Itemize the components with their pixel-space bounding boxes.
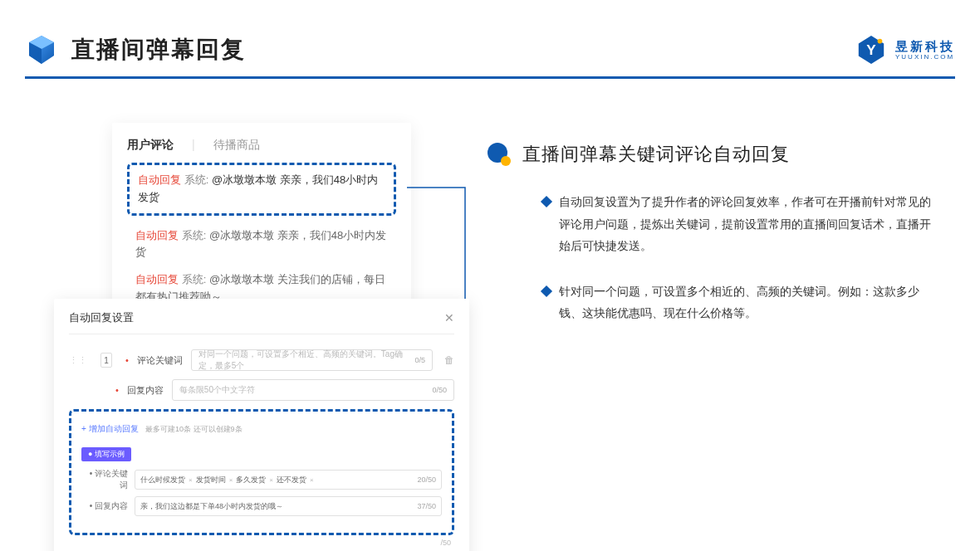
keyword-input[interactable]: 对同一个问题，可设置多个相近、高频的关键词。Tag确定，最多5个 0/5 [191, 349, 433, 371]
keyword-chip: 还不发货 [277, 475, 306, 485]
bullet-text: 针对同一个问题，可设置多个相近的、高频的关键词。例如：这款多少钱、这块能优惠吗、… [559, 280, 934, 324]
placeholder-text: 对同一个问题，可设置多个相近、高频的关键词。Tag确定，最多5个 [198, 349, 415, 372]
screenshot-area: 用户评论 | 待播商品 自动回复 系统: @冰墩墩本墩 亲亲，我们48小时内发货… [54, 123, 469, 529]
brand-name: 昱新科技 [895, 40, 955, 52]
chip-remove-icon[interactable]: × [229, 476, 233, 484]
keyword-chip: 什么时候发货 [140, 475, 185, 485]
brand: Y 昱新科技 YUUXIN.COM [855, 34, 955, 66]
comments-card: 用户评论 | 待播商品 自动回复 系统: @冰墩墩本墩 亲亲，我们48小时内发货… [112, 123, 411, 319]
subheader: 直播间弹幕关键词评论自动回复 [486, 141, 951, 168]
keyword-chip: 多久发货 [236, 475, 266, 485]
brand-url: YUUXIN.COM [895, 54, 955, 61]
bullet-text: 自动回复设置为了提升作者的评论回复效率，作者可在开播前针对常见的评论用户问题，提… [559, 191, 934, 257]
header-left: 直播间弹幕回复 [25, 33, 246, 66]
description-area: 直播间弹幕关键词评论自动回复 自动回复设置为了提升作者的评论回复效率，作者可在开… [486, 141, 951, 348]
tab-products[interactable]: 待播商品 [213, 138, 260, 153]
auto-reply-tag: 自动回复 [135, 273, 179, 285]
example-content-row: • 回复内容 亲，我们这边都是下单48小时内发货的哦～ 37/50 [81, 496, 442, 516]
example-kw-input[interactable]: 什么时候发货× 发货时间× 多久发货× 还不发货× 20/50 [135, 470, 442, 490]
section-subtitle: 直播间弹幕关键词评论自动回复 [522, 142, 790, 167]
char-count: 20/50 [417, 475, 436, 484]
keyword-chip: 发货时间 [196, 475, 226, 485]
chip-remove-icon[interactable]: × [269, 476, 273, 484]
example-ct-input[interactable]: 亲，我们这边都是下单48小时内发货的哦～ 37/50 [135, 496, 442, 516]
settings-header: 自动回复设置 ✕ [69, 310, 454, 334]
keyword-label: 评论关键词 [137, 354, 183, 367]
keyword-row: ⋮⋮ 1 • 评论关键词 对同一个问题，可设置多个相近、高频的关键词。Tag确定… [69, 349, 454, 371]
outer-count: /50 [69, 539, 454, 547]
diamond-icon [541, 196, 552, 207]
chip-remove-icon[interactable]: × [189, 476, 193, 484]
brand-text: 昱新科技 YUUXIN.COM [895, 40, 955, 61]
settings-card: 自动回复设置 ✕ ⋮⋮ 1 • 评论关键词 对同一个问题，可设置多个相近、高频的… [54, 299, 469, 551]
svg-point-3 [501, 156, 511, 166]
bullet-item: 针对同一个问题，可设置多个相近的、高频的关键词。例如：这款多少钱、这块能优惠吗、… [542, 280, 934, 324]
system-label: 系统: [182, 273, 207, 285]
svg-point-1 [878, 39, 883, 44]
settings-title: 自动回复设置 [69, 310, 134, 325]
example-kw-label: • 评论关键词 [81, 468, 128, 491]
tab-user-comments[interactable]: 用户评论 [127, 138, 174, 153]
close-icon[interactable]: ✕ [444, 311, 454, 324]
highlighted-comment: 自动回复 系统: @冰墩墩本墩 亲亲，我们48小时内发货 [127, 163, 396, 216]
chip-remove-icon[interactable]: × [310, 476, 314, 484]
required-icon: • [115, 385, 119, 395]
char-count: 0/5 [414, 356, 425, 364]
cube-icon [25, 33, 58, 66]
placeholder-text: 每条限50个中文字符 [179, 384, 255, 396]
example-ct-label: • 回复内容 [81, 500, 128, 512]
svg-text:Y: Y [866, 42, 876, 58]
example-box: + 增加自动回复 最多可建10条 还可以创建9条 ● 填写示例 • 评论关键词 … [69, 409, 454, 535]
page-header: 直播间弹幕回复 Y 昱新科技 YUUXIN.COM [25, 29, 955, 71]
char-count: 0/50 [432, 386, 447, 394]
drag-handle-icon[interactable]: ⋮⋮ [69, 355, 87, 366]
delete-icon[interactable]: 🗑 [444, 354, 454, 366]
example-keyword-row: • 评论关键词 什么时候发货× 发货时间× 多久发货× 还不发货× 20/50 [81, 468, 442, 491]
tab-separator: | [192, 138, 195, 153]
example-ct-value: 亲，我们这边都是下单48小时内发货的哦～ [140, 501, 283, 512]
system-label: 系统: [184, 173, 209, 186]
brand-logo-icon: Y [855, 34, 887, 66]
bullet-list: 自动回复设置为了提升作者的评论回复效率，作者可在开播前针对常见的评论用户问题，提… [486, 191, 951, 324]
auto-reply-tag: 自动回复 [138, 173, 181, 186]
char-count: 37/50 [417, 502, 436, 510]
chat-bubble-icon [486, 141, 512, 168]
content-label: 回复内容 [127, 384, 164, 397]
bullet-item: 自动回复设置为了提升作者的评论回复效率，作者可在开播前针对常见的评论用户问题，提… [542, 191, 934, 257]
auto-reply-tag: 自动回复 [135, 229, 179, 241]
add-hint: 最多可建10条 还可以创建9条 [145, 425, 243, 433]
required-icon: • [125, 355, 129, 365]
example-badge: ● 填写示例 [81, 447, 131, 461]
comment-tabs: 用户评论 | 待播商品 [127, 138, 396, 153]
system-label: 系统: [182, 229, 207, 241]
header-divider [25, 76, 955, 79]
content-row: • 回复内容 每条限50个中文字符 0/50 [69, 379, 454, 401]
page-title: 直播间弹幕回复 [71, 34, 246, 66]
comment-row: 自动回复 系统: @冰墩墩本墩 亲亲，我们48小时内发货 [127, 222, 396, 267]
diamond-icon [541, 285, 552, 297]
content-input[interactable]: 每条限50个中文字符 0/50 [172, 379, 454, 401]
add-reply-link[interactable]: + 增加自动回复 [81, 423, 139, 435]
row-number: 1 [100, 353, 112, 368]
